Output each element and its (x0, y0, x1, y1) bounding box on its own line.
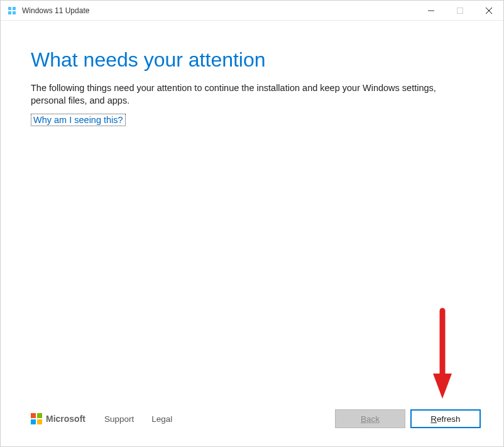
microsoft-logo-icon (31, 413, 42, 424)
svg-rect-5 (457, 8, 463, 13)
maximize-button (446, 1, 474, 20)
footer: Microsoft Support Legal Back Refresh (1, 404, 503, 446)
page-heading: What needs your attention (31, 48, 473, 72)
refresh-button[interactable]: Refresh (410, 409, 481, 428)
legal-link[interactable]: Legal (151, 414, 172, 424)
page-description: The following things need your attention… (31, 82, 473, 107)
svg-rect-3 (13, 11, 16, 14)
minimize-button[interactable] (417, 1, 446, 20)
close-button[interactable] (474, 1, 503, 20)
svg-rect-0 (8, 7, 11, 10)
why-seeing-this-link[interactable]: Why am I seeing this? (31, 114, 126, 126)
microsoft-logo-text: Microsoft (46, 414, 85, 424)
content-area: What needs your attention The following … (1, 21, 503, 404)
app-icon (7, 6, 17, 16)
support-link[interactable]: Support (104, 414, 134, 424)
footer-buttons: Back Refresh (335, 409, 481, 428)
back-button[interactable]: Back (335, 409, 405, 428)
svg-rect-1 (13, 7, 16, 10)
window-title: Windows 11 Update (22, 6, 89, 15)
svg-rect-2 (8, 11, 11, 14)
window-controls (417, 1, 503, 20)
titlebar: Windows 11 Update (1, 1, 503, 21)
app-window: Windows 11 Update What needs your attent… (0, 0, 504, 447)
microsoft-logo: Microsoft (31, 413, 85, 424)
